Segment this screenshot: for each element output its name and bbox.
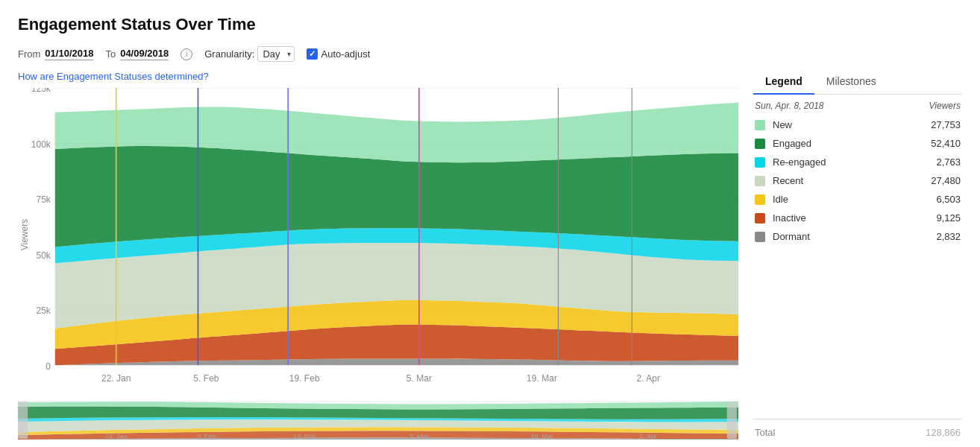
svg-text:5. Feb: 5. Feb — [193, 373, 219, 384]
legend-date-row: Sun, Apr. 8, 2018 Viewers — [753, 101, 962, 111]
legend-item-label: Idle — [773, 194, 936, 205]
controls-bar: From 01/10/2018 To 04/09/2018 i Granular… — [18, 46, 962, 62]
autoadjust-group: Auto-adjust — [307, 48, 371, 60]
legend-item-value: 27,480 — [931, 175, 961, 186]
legend-item-label: Re-engaged — [773, 156, 936, 168]
legend-item-label: Dormant — [773, 231, 936, 242]
from-label: From — [18, 48, 40, 60]
svg-text:125k: 125k — [31, 88, 51, 94]
svg-text:75k: 75k — [36, 194, 51, 205]
legend-item-value: 2,763 — [936, 156, 961, 168]
legend-color-dot — [755, 213, 765, 224]
legend-item: New 27,753 — [753, 115, 962, 134]
legend-item: Engaged 52,410 — [753, 134, 962, 153]
autoadjust-checkbox[interactable] — [307, 48, 318, 60]
svg-text:19. Feb: 19. Feb — [293, 432, 315, 440]
granularity-label: Granularity: — [204, 48, 254, 60]
legend-item-label: New — [773, 119, 931, 130]
legend-total: Total 128,866 — [753, 422, 962, 440]
legend-item: Idle 6,503 — [753, 190, 962, 209]
granularity-select[interactable]: Day — [257, 46, 294, 62]
tab-milestones[interactable]: Milestones — [814, 71, 888, 95]
legend-date: Sun, Apr. 8, 2018 — [755, 101, 824, 111]
svg-text:Viewers: Viewers — [19, 219, 30, 251]
legend-item-value: 52,410 — [931, 138, 961, 149]
legend-item-value: 9,125 — [936, 212, 961, 224]
svg-text:5. Feb: 5. Feb — [197, 432, 216, 440]
legend-color-dot — [755, 176, 765, 186]
svg-text:100k: 100k — [31, 139, 51, 150]
chart-section: How are Engagement Statuses determined? — [18, 71, 738, 440]
legend-item-value: 27,753 — [931, 119, 961, 130]
from-date-group: From 01/10/2018 — [18, 48, 93, 60]
legend-item: Dormant 2,832 — [753, 227, 962, 246]
engagement-link[interactable]: How are Engagement Statuses determined? — [18, 71, 738, 82]
legend-item-label: Recent — [773, 175, 931, 186]
legend-items: New 27,753 Engaged 52,410 Re-engaged 2,7… — [753, 115, 962, 416]
legend-color-dot — [755, 194, 765, 205]
from-date[interactable]: 01/10/2018 — [45, 48, 93, 60]
legend-item: Recent 27,480 — [753, 171, 962, 190]
page-title: Engagement Status Over Time — [18, 15, 962, 34]
legend-color-dot — [755, 232, 765, 242]
total-label: Total — [755, 427, 775, 438]
svg-text:0: 0 — [45, 361, 51, 372]
legend-divider — [753, 419, 962, 419]
svg-text:50k: 50k — [36, 250, 51, 261]
legend-tabs: Legend Milestones — [753, 71, 962, 95]
legend-color-dot — [755, 120, 765, 130]
main-chart-svg: 125k 100k 75k 50k 25k 0 Viewers — [18, 88, 738, 398]
minimap-wrapper: 22. Jan 5. Feb 19. Feb 5. Mar 19. Mar 2.… — [18, 401, 738, 440]
tab-legend[interactable]: Legend — [753, 71, 814, 95]
legend-viewers-header: Viewers — [929, 101, 961, 111]
svg-text:22. Jan: 22. Jan — [101, 373, 131, 384]
svg-text:19. Mar: 19. Mar — [527, 373, 557, 384]
mini-chart-svg[interactable]: 22. Jan 5. Feb 19. Feb 5. Mar 19. Mar 2.… — [18, 401, 738, 440]
info-icon[interactable]: i — [180, 48, 192, 60]
legend-panel: Legend Milestones Sun, Apr. 8, 2018 View… — [753, 71, 962, 440]
autoadjust-label: Auto-adjust — [321, 48, 371, 60]
legend-color-dot — [755, 139, 765, 149]
legend-item-label: Engaged — [773, 138, 931, 149]
legend-item-value: 2,832 — [936, 231, 961, 242]
svg-text:2. Apr: 2. Apr — [640, 432, 657, 440]
svg-text:5. Mar: 5. Mar — [409, 432, 428, 440]
svg-text:25k: 25k — [36, 305, 51, 316]
legend-item: Inactive 9,125 — [753, 209, 962, 227]
svg-text:2. Apr: 2. Apr — [636, 373, 660, 384]
legend-item-label: Inactive — [773, 212, 936, 224]
legend-color-dot — [755, 157, 765, 168]
granularity-group: Granularity: Day — [204, 46, 294, 62]
svg-text:19. Feb: 19. Feb — [289, 373, 320, 384]
total-value: 128,866 — [926, 427, 961, 438]
svg-text:22. Jan: 22. Jan — [105, 432, 127, 440]
legend-item-value: 6,503 — [936, 194, 961, 205]
svg-text:19. Mar: 19. Mar — [531, 432, 553, 440]
svg-rect-27 — [18, 402, 28, 439]
legend-item: Re-engaged 2,763 — [753, 153, 962, 171]
to-label: To — [105, 48, 116, 60]
svg-rect-28 — [727, 402, 737, 439]
main-content: How are Engagement Statuses determined? — [18, 71, 962, 440]
to-date-group: To 04/09/2018 — [105, 48, 169, 60]
svg-text:5. Mar: 5. Mar — [406, 373, 432, 384]
to-date[interactable]: 04/09/2018 — [120, 48, 169, 60]
main-chart-wrapper: 125k 100k 75k 50k 25k 0 Viewers — [18, 88, 738, 398]
